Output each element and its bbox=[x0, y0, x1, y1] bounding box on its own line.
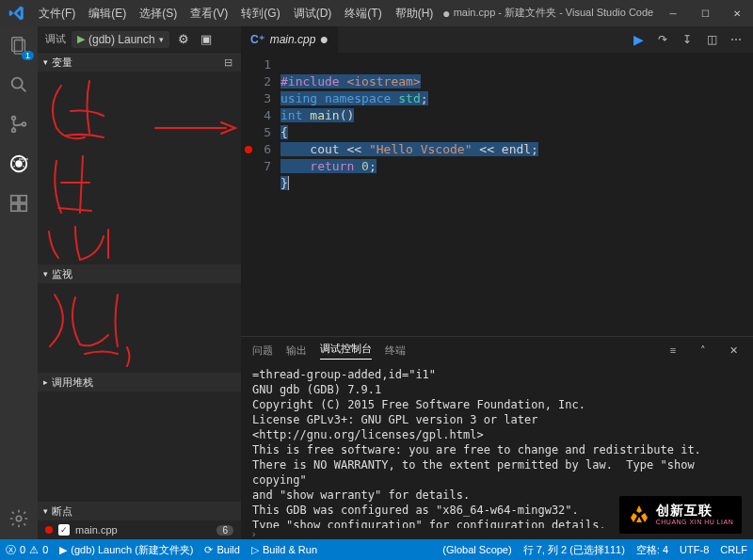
window-controls: ─ ☐ ✕ bbox=[657, 0, 753, 26]
panel-tab-problems[interactable]: 问题 bbox=[252, 344, 273, 358]
collapse-all-icon[interactable]: ⊟ bbox=[220, 56, 235, 69]
section-variables-header[interactable]: ▾ 变量 ⊟ bbox=[38, 53, 241, 72]
settings-icon[interactable] bbox=[6, 505, 32, 532]
breakpoint-file: main.cpp bbox=[75, 524, 118, 536]
activitybar: 1 bbox=[0, 26, 38, 539]
chevron-right-icon: ▸ bbox=[43, 377, 48, 387]
panel-tabs: 问题 输出 调试控制台 终端 ≡ ˄ ✕ bbox=[241, 337, 753, 363]
menu-help[interactable]: 帮助(H) bbox=[390, 2, 440, 25]
maximize-button[interactable]: ☐ bbox=[689, 0, 721, 26]
window-title: ● main.cpp - 新建文件夹 - Visual Studio Code bbox=[439, 6, 657, 21]
step-into-icon[interactable]: ↧ bbox=[680, 32, 695, 47]
menu-file[interactable]: 文件(F) bbox=[33, 2, 81, 25]
minimize-button[interactable]: ─ bbox=[657, 0, 689, 26]
status-scope[interactable]: (Global Scope) bbox=[442, 543, 511, 557]
section-watch-body bbox=[38, 283, 241, 373]
section-callstack-header[interactable]: ▸ 调用堆栈 bbox=[38, 373, 241, 392]
dirty-dot-icon: ● bbox=[319, 31, 328, 48]
tab-filename: main.cpp bbox=[270, 33, 316, 46]
tab-main-cpp[interactable]: C⁺ main.cpp ● bbox=[241, 26, 339, 53]
extensions-icon[interactable] bbox=[6, 190, 32, 216]
svg-rect-8 bbox=[11, 196, 18, 202]
svg-point-2 bbox=[12, 78, 23, 88]
statusbar: ⓧ0 ⚠0 ▶(gdb) Launch (新建文件夹) ⟳Build ▷Buil… bbox=[0, 539, 753, 560]
explorer-icon[interactable]: 1 bbox=[6, 32, 32, 58]
status-build[interactable]: ⟳Build bbox=[204, 543, 239, 557]
chevron-down-icon: ▾ bbox=[43, 269, 48, 279]
section-watch-header[interactable]: ▾ 监视 bbox=[38, 264, 241, 283]
breakpoint-checkbox[interactable]: ✓ bbox=[58, 524, 70, 536]
watermark-cn: 创新互联 bbox=[656, 504, 734, 518]
chevron-down-icon: ▾ bbox=[43, 506, 48, 516]
annotation-scribble bbox=[38, 283, 241, 373]
svg-rect-9 bbox=[20, 196, 26, 202]
panel-close-icon[interactable]: ✕ bbox=[725, 344, 742, 357]
panel-tab-output[interactable]: 输出 bbox=[286, 344, 307, 358]
source-control-icon[interactable] bbox=[6, 111, 32, 137]
status-spaces[interactable]: 空格: 4 bbox=[636, 543, 668, 557]
menubar: 文件(F) 编辑(E) 选择(S) 查看(V) 转到(G) 调试(D) 终端(T… bbox=[33, 2, 439, 25]
svg-rect-11 bbox=[20, 204, 26, 211]
menu-terminal[interactable]: 终端(T) bbox=[339, 2, 387, 25]
dirty-indicator: ● bbox=[442, 6, 450, 21]
status-eol[interactable]: CRLF bbox=[720, 543, 747, 557]
more-icon[interactable]: ⋯ bbox=[729, 32, 744, 47]
watermark: 创新互联 CHUANG XIN HU LIAN bbox=[619, 496, 742, 534]
filter-icon[interactable]: ≡ bbox=[665, 344, 681, 356]
svg-point-4 bbox=[12, 129, 16, 133]
section-variables-body bbox=[38, 72, 241, 264]
debug-sidebar: 调试 ▶ (gdb) Launch ▾ ⚙ ▣ ▾ 变量 ⊟ bbox=[38, 26, 241, 539]
menu-view[interactable]: 查看(V) bbox=[184, 2, 233, 25]
launch-config-picker[interactable]: ▶ (gdb) Launch ▾ bbox=[72, 31, 169, 48]
svg-point-7 bbox=[16, 161, 22, 167]
code-area[interactable]: #include <iostream> using namespace std;… bbox=[280, 53, 753, 336]
debug-icon[interactable] bbox=[6, 151, 32, 177]
chevron-down-icon: ▾ bbox=[43, 57, 48, 67]
breakpoint-row[interactable]: ✓ main.cpp 6 bbox=[38, 520, 241, 539]
menu-debug[interactable]: 调试(D) bbox=[288, 2, 338, 25]
svg-rect-10 bbox=[11, 204, 18, 211]
section-breakpoints-header[interactable]: ▾ 断点 bbox=[38, 502, 241, 520]
status-cursor[interactable]: 行 7, 列 2 (已选择111) bbox=[523, 543, 625, 557]
menu-edit[interactable]: 编辑(E) bbox=[83, 2, 132, 25]
debug-toolbar: 调试 ▶ (gdb) Launch ▾ ⚙ ▣ bbox=[38, 26, 241, 53]
cpp-file-icon: C⁺ bbox=[250, 33, 264, 46]
annotation-scribble bbox=[38, 72, 241, 264]
launch-config-name: (gdb) Launch bbox=[88, 33, 155, 46]
split-editor-icon[interactable]: ◫ bbox=[704, 32, 719, 47]
svg-point-3 bbox=[12, 117, 16, 120]
svg-point-12 bbox=[16, 516, 22, 521]
watermark-en: CHUANG XIN HU LIAN bbox=[656, 519, 734, 526]
status-launch[interactable]: ▶(gdb) Launch (新建文件夹) bbox=[59, 543, 193, 557]
menu-selection[interactable]: 选择(S) bbox=[134, 2, 183, 25]
menu-go[interactable]: 转到(G) bbox=[235, 2, 285, 25]
tab-row: C⁺ main.cpp ● ▶ ↷ ↧ ◫ ⋯ bbox=[241, 26, 753, 53]
titlebar: 文件(F) 编辑(E) 选择(S) 查看(V) 转到(G) 调试(D) 终端(T… bbox=[0, 0, 753, 26]
editor-body[interactable]: 12345 6 7 #include <iostream> using name… bbox=[241, 53, 753, 336]
chevron-down-icon: ▾ bbox=[159, 35, 164, 44]
breakpoint-dot-icon bbox=[45, 526, 53, 534]
panel-tab-debug-console[interactable]: 调试控制台 bbox=[320, 342, 372, 360]
status-build-run[interactable]: ▷Build & Run bbox=[251, 543, 317, 557]
breakpoint-line-badge: 6 bbox=[216, 525, 233, 536]
search-icon[interactable] bbox=[6, 72, 32, 98]
line-gutter[interactable]: 12345 6 7 bbox=[241, 53, 280, 336]
chevron-right-icon: › bbox=[252, 529, 255, 539]
play-icon: ▶ bbox=[77, 33, 85, 45]
debug-console-icon[interactable]: ▣ bbox=[198, 31, 215, 48]
editor-actions: ▶ ↷ ↧ ◫ ⋯ bbox=[621, 26, 753, 53]
watermark-logo-icon bbox=[628, 504, 650, 526]
vscode-logo-icon bbox=[0, 0, 33, 26]
gear-icon[interactable]: ⚙ bbox=[175, 31, 192, 48]
status-encoding[interactable]: UTF-8 bbox=[680, 543, 709, 557]
status-errors[interactable]: ⓧ0 ⚠0 bbox=[6, 543, 48, 557]
panel-maximize-icon[interactable]: ˄ bbox=[695, 344, 712, 357]
svg-point-5 bbox=[23, 122, 26, 126]
editor-group: C⁺ main.cpp ● ▶ ↷ ↧ ◫ ⋯ 12345 6 7 #inclu… bbox=[241, 26, 753, 539]
run-icon[interactable]: ▶ bbox=[631, 32, 646, 47]
step-over-icon[interactable]: ↷ bbox=[655, 32, 670, 47]
close-button[interactable]: ✕ bbox=[721, 0, 753, 26]
breakpoint-glyph-icon[interactable] bbox=[245, 146, 252, 153]
panel-tab-terminal[interactable]: 终端 bbox=[385, 344, 406, 358]
debug-label: 调试 bbox=[45, 32, 66, 46]
